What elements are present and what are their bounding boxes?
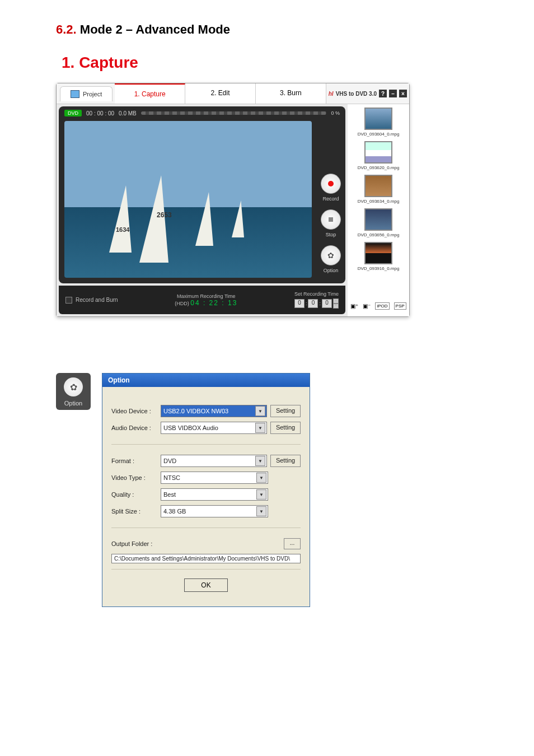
clip-name: DVD_093604_0.mpg [358, 132, 400, 137]
option-button[interactable]: ✿ [321, 245, 341, 265]
set-time-label: Set Recording Time [294, 291, 339, 297]
project-icon [71, 90, 79, 98]
video-device-label: Video Device : [111, 408, 157, 414]
clip-item[interactable]: DVD_093634_0.mpg [358, 175, 400, 204]
audio-device-setting-button[interactable]: Setting [270, 422, 301, 434]
audio-device-value: USB VIDBOX Audio [163, 424, 218, 431]
split-size-label: Split Size : [111, 508, 157, 515]
clip-item[interactable]: DVD_093604_0.mpg [358, 108, 400, 137]
video-type-label: Video Type : [111, 474, 157, 481]
record-button[interactable] [321, 174, 341, 194]
footer-row: Record and Burn Maximum Recording Time (… [59, 286, 345, 314]
format-select[interactable]: DVD ▼ [161, 455, 267, 467]
elapsed-time: 00 : 00 : 00 [86, 110, 114, 116]
ipod-icon[interactable]: iPOD [375, 302, 389, 310]
max-recording-time: Maximum Recording Time (HDD) 04 : 22 : 1… [175, 293, 237, 307]
tab-capture[interactable]: 1. Capture [115, 83, 185, 104]
psp-icon[interactable]: PSP [394, 302, 406, 310]
hours-input[interactable]: 0 [294, 299, 305, 308]
dialog-title: Option [102, 374, 310, 387]
stop-button[interactable] [321, 209, 341, 230]
record-burn-label: Record and Burn [76, 297, 118, 303]
split-size-select[interactable]: 4.38 GB ▼ [161, 505, 268, 517]
tab-edit[interactable]: 2. Edit [185, 83, 256, 104]
intro-text: Capture video and save it on your PC. [0, 317, 534, 338]
chevron-down-icon: ▼ [256, 506, 266, 516]
app-title: VHS to DVD 3.0 [336, 91, 377, 97]
clip-thumb-icon [364, 141, 392, 164]
clip-name: DVD_093620_0.mpg [358, 165, 400, 170]
progress-pct: 0 % [331, 110, 340, 116]
status-row: DVD 00 : 00 : 00 0.0 MB 0 % [59, 106, 345, 120]
side-controls: Record Stop ✿ Option [321, 174, 341, 273]
boat-number-a: 2653 [157, 211, 172, 219]
record-label: Record [322, 196, 339, 202]
record-icon [328, 181, 334, 186]
add-icon[interactable]: ▣⁺ [350, 303, 358, 309]
chevron-down-icon: ▼ [256, 473, 266, 483]
format-label: Format : [111, 458, 157, 464]
format-badge: DVD [64, 110, 82, 116]
header-mode: Advanced Mode [135, 22, 230, 36]
format-setting-button[interactable]: Setting [270, 455, 301, 467]
header-label: Mode 2 [80, 22, 123, 36]
option-dialog: Option Video Device : USB2.0 VIDBOX NW03… [102, 373, 310, 607]
remove-icon[interactable]: ▣⁻ [363, 303, 371, 309]
hdd-label: (HDD) [175, 301, 189, 306]
gear-icon: ✿ [327, 251, 334, 260]
browse-button[interactable]: ... [284, 538, 301, 549]
record-burn-checkbox[interactable] [65, 297, 72, 304]
video-type-select[interactable]: NTSC ▼ [161, 472, 268, 484]
file-size: 0.0 MB [119, 110, 137, 116]
clip-item[interactable]: DVD_093916_0.mpg [358, 242, 400, 271]
video-device-value: USB2.0 VIDBOX NW03 [163, 408, 228, 414]
split-size-value: 4.38 GB [163, 508, 186, 515]
help-button[interactable]: ? [379, 90, 387, 97]
header-number: 6.2. [56, 22, 77, 36]
clip-thumb-icon [364, 208, 392, 231]
clip-item[interactable]: DVD_093620_0.mpg [358, 141, 400, 170]
clip-list: DVD_093604_0.mpg DVD_093620_0.mpg DVD_09… [348, 104, 409, 316]
logo-icon: hI [329, 91, 334, 97]
progress-bar [141, 111, 327, 115]
max-label: Maximum Recording Time [175, 293, 237, 299]
chevron-down-icon: ▼ [255, 423, 265, 433]
section-title: 1. Capture [0, 48, 534, 83]
quality-value: Best [163, 491, 176, 498]
chevron-down-icon: ▼ [255, 456, 265, 466]
export-icons: ▣⁺ ▣⁻ iPOD PSP [350, 299, 406, 313]
minutes-input[interactable]: 0 [308, 299, 318, 308]
capture-area: DVD 00 : 00 : 00 0.0 MB 0 % 2653 1634 Re… [59, 106, 345, 283]
between-text: Click the 'Option' Button to Set Options… [0, 338, 420, 351]
set-recording-time: Set Recording Time 0: 0: 0 ▲▼ [294, 291, 339, 309]
option-button-large[interactable]: ✿ Option [56, 373, 91, 410]
app-window: Project 1. Capture 2. Edit 3. Burn hI VH… [56, 83, 410, 317]
record-and-burn[interactable]: Record and Burn [65, 297, 118, 304]
video-type-value: NTSC [163, 474, 180, 481]
quality-select[interactable]: Best ▼ [161, 488, 268, 501]
project-tab[interactable]: Project [60, 86, 113, 101]
video-device-setting-button[interactable]: Setting [270, 405, 301, 417]
seconds-input[interactable]: 0 [322, 299, 332, 308]
app-topbar: Project 1. Capture 2. Edit 3. Burn hI VH… [57, 83, 409, 104]
app-body: DVD 00 : 00 : 00 0.0 MB 0 % 2653 1634 Re… [57, 104, 409, 316]
tab-burn[interactable]: 3. Burn [256, 83, 326, 104]
ok-button[interactable]: OK [184, 578, 228, 592]
video-device-select[interactable]: USB2.0 VIDBOX NW03 ▼ [161, 405, 267, 417]
minimize-button[interactable]: – [389, 90, 397, 97]
clip-item[interactable]: DVD_093656_0.mpg [358, 208, 400, 237]
clip-name: DVD_093656_0.mpg [358, 232, 400, 237]
close-button[interactable]: × [399, 90, 407, 97]
chevron-down-icon: ▼ [255, 406, 265, 416]
format-value: DVD [163, 458, 176, 464]
time-spinner[interactable]: ▲▼ [333, 298, 339, 309]
output-folder-path[interactable]: C:\Documents and Settings\Administrator\… [111, 554, 301, 563]
header-dash: – [126, 22, 133, 36]
option-large-label: Option [64, 400, 82, 407]
clip-thumb-icon [364, 108, 392, 130]
project-label: Project [83, 91, 102, 97]
gear-icon: ✿ [64, 377, 83, 396]
chevron-down-icon: ▼ [256, 489, 266, 500]
stop-icon [329, 217, 333, 222]
audio-device-select[interactable]: USB VIDBOX Audio ▼ [161, 422, 267, 434]
